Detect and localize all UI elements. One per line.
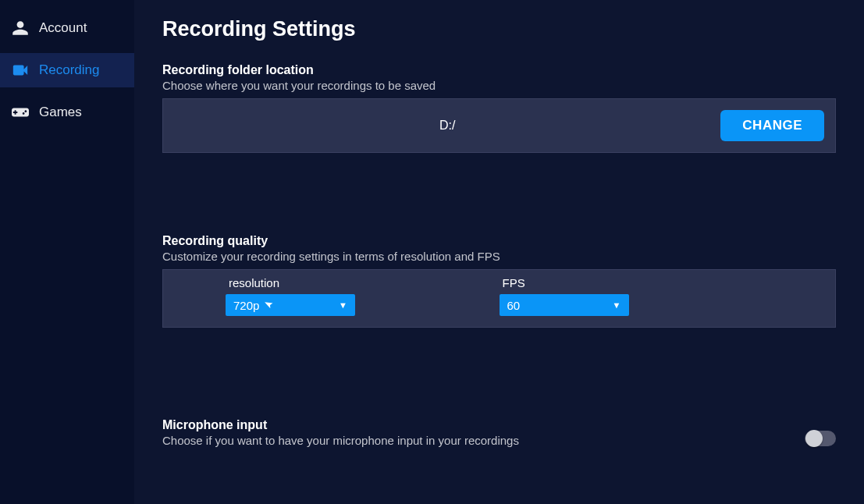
toggle-knob (805, 430, 823, 447)
sidebar-item-games[interactable]: Games (0, 95, 134, 130)
microphone-desc: Choose if you want to have your micropho… (162, 434, 519, 447)
resolution-label: resolution (229, 276, 279, 289)
sidebar-item-label: Recording (39, 62, 100, 78)
gamepad-icon (11, 103, 30, 122)
microphone-toggle[interactable] (805, 431, 836, 446)
sidebar: Account Recording Games (0, 0, 134, 504)
quality-panel: resolution 720p ▼ FPS 60 ▼ (162, 269, 836, 328)
main-content: Recording Settings Recording folder loca… (134, 0, 864, 504)
microphone-row: Microphone input Choose if you want to h… (162, 418, 836, 453)
folder-section-desc: Choose where you want your recordings to… (162, 79, 836, 92)
fps-column: FPS 60 ▼ (500, 276, 743, 316)
microphone-title: Microphone input (162, 418, 519, 432)
fps-select[interactable]: 60 ▼ (500, 294, 629, 316)
person-icon (11, 19, 30, 37)
resolution-select[interactable]: 720p ▼ (226, 294, 355, 316)
sidebar-item-label: Account (39, 20, 87, 36)
chevron-down-icon: ▼ (339, 300, 347, 310)
sidebar-item-recording[interactable]: Recording (0, 53, 134, 87)
fps-value: 60 (507, 299, 521, 312)
chevron-down-icon: ▼ (613, 300, 621, 310)
sidebar-item-label: Games (39, 105, 82, 120)
page-title: Recording Settings (162, 17, 836, 41)
folder-panel: D:/ CHANGE (162, 98, 836, 153)
fps-label: FPS (503, 276, 525, 289)
sidebar-item-account[interactable]: Account (0, 11, 134, 45)
cursor-icon (263, 298, 278, 314)
resolution-value: 720p (233, 299, 259, 312)
camera-icon (11, 61, 30, 80)
folder-path: D:/ (174, 119, 720, 133)
resolution-column: resolution 720p ▼ (179, 276, 500, 316)
change-folder-button[interactable]: CHANGE (720, 110, 824, 141)
folder-section-title: Recording folder location (162, 63, 836, 77)
quality-section-title: Recording quality (162, 234, 836, 248)
quality-section-desc: Customize your recording settings in ter… (162, 250, 836, 263)
